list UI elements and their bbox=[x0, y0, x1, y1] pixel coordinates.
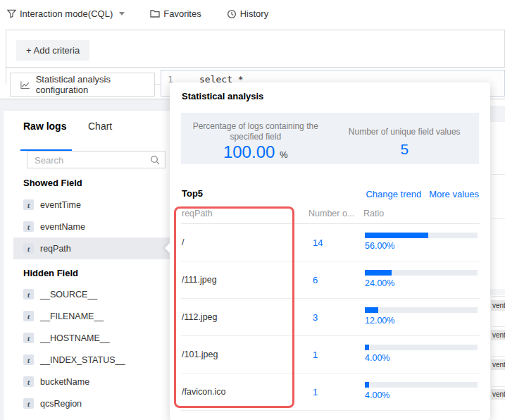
top5-table-row: /101.jpeg14.00% bbox=[181, 336, 480, 373]
ratio-bar-fill bbox=[365, 345, 369, 350]
column-header-reqpath: reqPath bbox=[182, 209, 213, 218]
log-count-link[interactable]: 1 bbox=[313, 387, 318, 397]
field-search-box[interactable] bbox=[27, 151, 166, 168]
occluded-event-tag: vent bbox=[491, 330, 505, 340]
top5-header-row: Top5 Change trend More values bbox=[182, 188, 479, 201]
field-name-label: __FILENAME__ bbox=[40, 311, 104, 321]
column-header-number: Number o... bbox=[308, 209, 354, 218]
ratio-percentage-label: 4.00% bbox=[365, 390, 478, 400]
field-name-label: eventName bbox=[40, 222, 85, 232]
folder-icon bbox=[150, 9, 160, 18]
popup-title: Statistical analysis bbox=[182, 91, 263, 101]
stat-unique-values: Number of unique field values 5 bbox=[330, 113, 480, 164]
field-name-label: __INDEX_STATUS__ bbox=[40, 355, 125, 365]
text-type-icon: t bbox=[23, 289, 34, 299]
log-count-link[interactable]: 14 bbox=[313, 237, 323, 248]
statistical-analysis-config-label: Statistical analysis configuration bbox=[36, 74, 154, 95]
field-section-heading: Showed Field bbox=[4, 173, 170, 194]
history-clock-icon bbox=[227, 9, 237, 19]
ratio-percentage-label: 4.00% bbox=[365, 353, 478, 363]
history-button[interactable]: History bbox=[227, 8, 268, 19]
change-trend-link[interactable]: Change trend bbox=[366, 189, 421, 199]
field-row-bucketname[interactable]: tbucketName bbox=[4, 371, 170, 393]
field-row-reqpath[interactable]: treqPath bbox=[13, 237, 170, 259]
favorites-button[interactable]: Favorites bbox=[150, 8, 201, 19]
filter-funnel-icon bbox=[7, 9, 16, 18]
ratio-bar-track bbox=[365, 307, 478, 313]
occluded-event-tag: vent bbox=[491, 389, 505, 400]
ratio-bar-fill bbox=[365, 270, 392, 276]
field-name-label: __SOURCE__ bbox=[40, 290, 97, 299]
interaction-mode-dropdown[interactable]: Interaction mode(CQL) bbox=[7, 8, 125, 19]
ratio-cell: 12.00% bbox=[365, 307, 478, 326]
text-type-icon: t bbox=[23, 199, 34, 210]
occluded-row-line bbox=[492, 356, 505, 357]
column-header-ratio: Ratio bbox=[363, 209, 384, 218]
field-name-label: bucketName bbox=[40, 377, 89, 387]
field-name-label: qcsRegion bbox=[40, 399, 82, 409]
log-count-link[interactable]: 6 bbox=[313, 275, 318, 285]
field-row-eventname[interactable]: teventName bbox=[4, 216, 170, 237]
ratio-cell: 56.00% bbox=[365, 233, 478, 251]
top5-table-header: reqPath Number o... Ratio bbox=[181, 206, 480, 224]
field-row-hostname[interactable]: t__HOSTNAME__ bbox=[4, 327, 170, 349]
ratio-bar-fill bbox=[365, 382, 369, 388]
stat-unique-values-value: 5 bbox=[330, 140, 480, 159]
log-count-link[interactable]: 1 bbox=[313, 350, 318, 360]
field-name-label: __HOSTNAME__ bbox=[40, 333, 110, 343]
ratio-cell: 24.00% bbox=[365, 270, 478, 288]
occluded-event-tag: vent bbox=[491, 359, 505, 370]
ratio-percentage-label: 24.00% bbox=[365, 278, 478, 288]
raw-logs-panel: Raw logs Chart Showed FieldteventTimetev… bbox=[4, 111, 170, 420]
field-name-label: eventTime bbox=[40, 200, 81, 210]
tab-raw-logs[interactable]: Raw logs bbox=[23, 121, 66, 132]
connector-line-vertical bbox=[6, 67, 6, 85]
text-type-icon: t bbox=[23, 243, 34, 254]
occluded-row-line bbox=[492, 386, 505, 387]
occluded-row-band bbox=[490, 289, 505, 295]
occluded-row-line bbox=[492, 326, 505, 327]
statistical-analysis-config-button[interactable]: Statistical analysis configuration bbox=[10, 73, 155, 97]
ratio-bar-track bbox=[365, 345, 478, 350]
field-search-input[interactable] bbox=[33, 153, 149, 168]
field-row-qcsregion[interactable]: tqcsRegion bbox=[4, 393, 170, 414]
panel-tabs: Raw logs Chart bbox=[4, 121, 170, 142]
text-type-icon: t bbox=[23, 311, 34, 321]
interaction-mode-label: Interaction mode(CQL) bbox=[20, 8, 113, 19]
search-criteria-bar: + Add criteria bbox=[6, 30, 505, 68]
field-row-filename[interactable]: t__FILENAME__ bbox=[4, 305, 170, 327]
top5-table-row: /112.jpeg312.00% bbox=[181, 299, 480, 336]
line-chart-icon bbox=[20, 80, 30, 89]
ratio-percentage-label: 12.00% bbox=[365, 316, 478, 326]
ratio-cell: 4.00% bbox=[365, 382, 478, 400]
field-row-indexstatus[interactable]: t__INDEX_STATUS__ bbox=[4, 349, 170, 371]
field-row-source[interactable]: t__SOURCE__ bbox=[4, 283, 170, 305]
ratio-bar-fill bbox=[365, 307, 378, 313]
field-sections: Showed FieldteventTimeteventNametreqPath… bbox=[4, 173, 170, 414]
occluded-event-tag: vent bbox=[491, 300, 505, 311]
stat-percentage: Percentage of logs containing the specif… bbox=[181, 113, 330, 164]
tab-chart[interactable]: Chart bbox=[88, 121, 112, 132]
top5-links: Change trend More values bbox=[366, 189, 479, 199]
ratio-bar-track bbox=[365, 382, 478, 388]
top5-table-row: /favicon.ico14.00% bbox=[181, 373, 480, 411]
top5-title: Top5 bbox=[182, 188, 203, 199]
add-criteria-button[interactable]: + Add criteria bbox=[16, 40, 89, 61]
stat-unique-values-label: Number of unique field values bbox=[330, 121, 480, 137]
ratio-percentage-label: 56.00% bbox=[365, 241, 478, 251]
field-section-heading: Hidden Field bbox=[4, 259, 170, 283]
log-count-link[interactable]: 3 bbox=[313, 312, 318, 323]
top5-rows: /1456.00%/111.jpeg624.00%/112.jpeg312.00… bbox=[181, 224, 480, 411]
field-row-eventtime[interactable]: teventTime bbox=[4, 194, 170, 216]
occluded-log-list bbox=[490, 99, 505, 420]
connector-line-horizontal bbox=[155, 84, 161, 85]
reqpath-value: / bbox=[182, 237, 184, 247]
more-values-link[interactable]: More values bbox=[429, 189, 479, 199]
top5-table-row: /1456.00% bbox=[181, 224, 480, 261]
occluded-row-line bbox=[492, 296, 505, 297]
field-name-label: reqPath bbox=[40, 244, 71, 254]
occluded-row-band bbox=[490, 106, 505, 122]
stat-percentage-value: 100.00 % bbox=[181, 143, 330, 164]
top5-table-row: /111.jpeg624.00% bbox=[181, 261, 480, 299]
summary-stats-panel: Percentage of logs containing the specif… bbox=[181, 113, 479, 164]
